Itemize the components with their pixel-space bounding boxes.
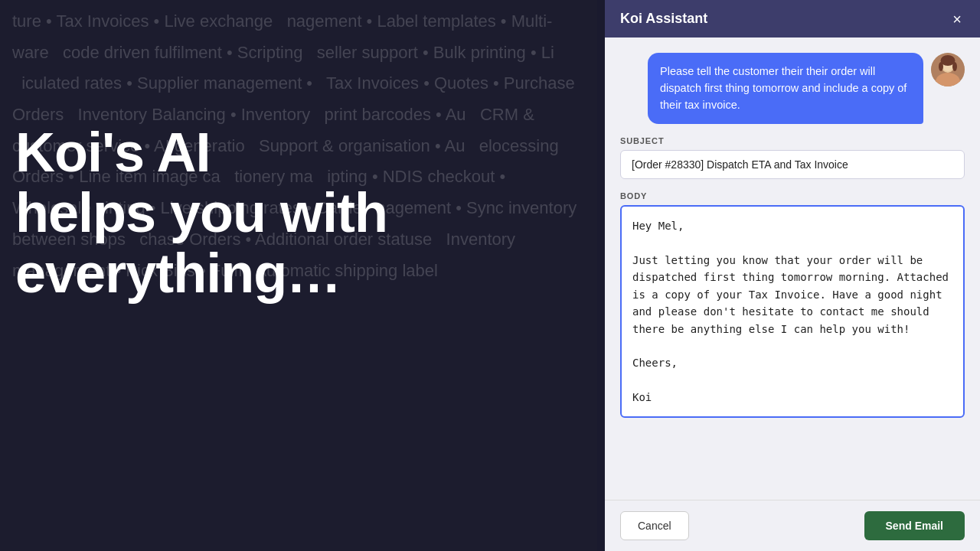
body-textarea[interactable] bbox=[620, 205, 965, 418]
chat-message-row: Please tell the customer their their ord… bbox=[620, 53, 965, 124]
panel-footer: Cancel Send Email bbox=[605, 500, 980, 551]
body-label: BODY bbox=[620, 191, 965, 201]
panel-header: Koi Assistant × bbox=[605, 0, 980, 37]
subject-field-group: SUBJECT bbox=[620, 136, 965, 179]
svg-point-6 bbox=[952, 62, 957, 71]
hero-line-1: Koi's AI bbox=[15, 122, 582, 183]
hero-line-3: everything… bbox=[15, 243, 582, 304]
chat-bubble: Please tell the customer their their ord… bbox=[648, 53, 923, 124]
hero-heading: Koi's AI helps you with everything… bbox=[15, 122, 582, 305]
panel-body: Please tell the customer their their ord… bbox=[605, 37, 980, 500]
cancel-button[interactable]: Cancel bbox=[620, 511, 689, 540]
subject-input[interactable] bbox=[620, 150, 965, 179]
avatar bbox=[931, 53, 965, 86]
koi-assistant-panel: Koi Assistant × Please tell the customer… bbox=[605, 0, 980, 551]
send-email-button[interactable]: Send Email bbox=[864, 511, 965, 540]
subject-label: SUBJECT bbox=[620, 136, 965, 145]
close-button[interactable]: × bbox=[949, 11, 965, 27]
panel-title: Koi Assistant bbox=[620, 11, 707, 27]
body-field-group: BODY bbox=[620, 191, 965, 418]
svg-point-5 bbox=[939, 62, 943, 71]
hero-line-2: helps you with bbox=[15, 183, 582, 243]
